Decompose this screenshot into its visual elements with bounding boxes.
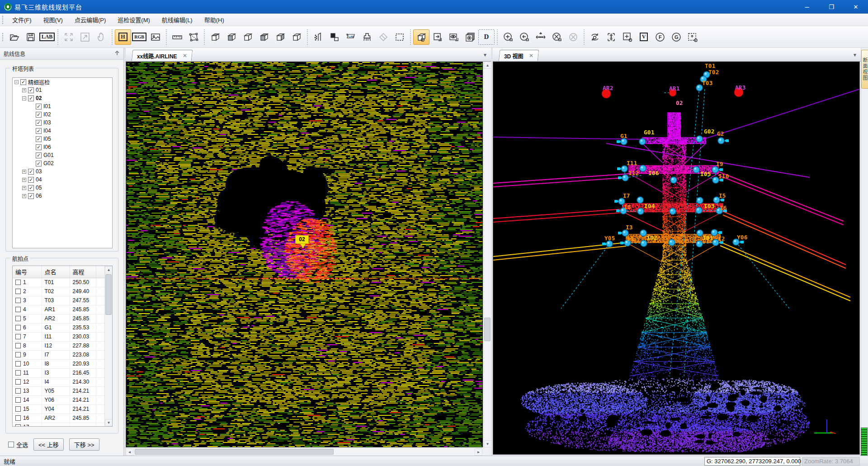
table-header-3[interactable] <box>96 266 105 278</box>
row-checkbox[interactable] <box>15 325 21 330</box>
table-row[interactable]: 14 Y06214.21 <box>13 395 105 404</box>
select-all-box[interactable] <box>8 442 14 447</box>
row-checkbox[interactable] <box>15 298 21 303</box>
delete-circle-icon[interactable] <box>549 29 565 45</box>
tree-item-G02[interactable]: ✓G02 <box>13 159 112 167</box>
tree-item-I01[interactable]: ✓I01 <box>13 102 112 110</box>
tree-checkbox[interactable]: ✓ <box>20 79 26 85</box>
table-row[interactable]: 11 I3216.45 <box>13 368 105 377</box>
move-points-icon[interactable] <box>533 29 549 45</box>
close-button[interactable]: ✕ <box>844 0 868 14</box>
tree-checkbox[interactable]: ✓ <box>36 112 42 118</box>
row-checkbox[interactable] <box>15 370 21 376</box>
image-render-icon[interactable] <box>147 29 164 45</box>
rotate-view-icon[interactable] <box>587 29 603 45</box>
menu-item-5[interactable]: 帮助(H) <box>198 13 230 26</box>
v-mode-icon[interactable]: V <box>636 29 652 45</box>
table-row[interactable]: 10 I8220.93 <box>13 359 105 368</box>
topview-scroll-right-icon[interactable]: ► <box>475 448 482 456</box>
classify-points-icon[interactable] <box>310 29 326 45</box>
view-selection-icon[interactable] <box>446 29 462 45</box>
reset-special-icon[interactable] <box>684 29 701 45</box>
view-front-icon[interactable] <box>223 29 240 45</box>
tree-item-G01[interactable]: ✓G01 <box>13 151 112 159</box>
view3d-tab-dropdown-icon[interactable]: ▼ <box>853 52 857 57</box>
tree-checkbox[interactable]: ✓ <box>36 104 42 109</box>
row-checkbox[interactable] <box>15 379 21 385</box>
menu-item-4[interactable]: 航线编辑(L) <box>156 13 198 26</box>
area-measure-icon[interactable] <box>185 29 202 45</box>
row-checkbox[interactable] <box>15 388 21 394</box>
minimize-button[interactable]: ─ <box>795 0 819 14</box>
row-checkbox[interactable] <box>15 361 21 366</box>
row-checkbox[interactable] <box>15 307 21 312</box>
menu-item-1[interactable]: 视图(V) <box>38 13 69 26</box>
table-row[interactable]: 13 Y05214.21 <box>13 386 105 395</box>
table-header-0[interactable]: 编号 <box>13 266 42 278</box>
table-row[interactable]: 2 T02249.40 <box>13 287 105 296</box>
tree-item-I02[interactable]: ✓I02 <box>13 110 112 119</box>
tab-3d-view[interactable]: 3D 视图 ✕ <box>499 50 539 61</box>
tree-checkbox[interactable]: ✓ <box>36 144 42 150</box>
view-right-icon[interactable] <box>272 29 288 45</box>
table-row[interactable]: 9 I7223.08 <box>13 350 105 359</box>
row-checkbox[interactable] <box>15 352 21 357</box>
table-row[interactable]: 17 <box>13 423 105 427</box>
table-row[interactable]: 7 I11230.03 <box>13 332 105 341</box>
tower-02-marker[interactable]: 02 <box>295 235 309 244</box>
select-all-checkbox[interactable]: 全选 <box>8 440 28 449</box>
height-render-icon[interactable]: H <box>115 29 131 45</box>
table-scrollbar[interactable]: ▲ ▼ <box>104 266 112 426</box>
tree-expander-icon[interactable]: − <box>14 80 19 84</box>
tree-checkbox[interactable]: ✓ <box>36 136 42 142</box>
topview-viewport[interactable]: 02 <box>126 62 483 447</box>
tree-item-06[interactable]: +✓06 <box>13 192 112 200</box>
add-waypoint-icon[interactable] <box>619 29 636 45</box>
clean-brush-icon[interactable] <box>359 29 375 45</box>
tree-checkbox[interactable]: ✓ <box>28 185 34 191</box>
row-checkbox[interactable] <box>15 415 21 421</box>
tab-3d-view-close-icon[interactable]: ✕ <box>529 52 533 59</box>
tree-item-03[interactable]: +✓03 <box>13 167 112 176</box>
topview-vscrollbar[interactable]: ▲ ▼ <box>483 62 491 447</box>
tree-expander-icon[interactable]: + <box>22 88 26 92</box>
cube-select-icon[interactable] <box>413 29 429 45</box>
tower-axis-icon[interactable] <box>603 29 619 45</box>
airline-tab-dropdown-icon[interactable]: ▼ <box>483 52 487 57</box>
tree-expander-icon[interactable]: + <box>22 178 26 182</box>
undo-circle-icon[interactable] <box>516 29 533 45</box>
tree-item-I06[interactable]: ✓I06 <box>13 143 112 151</box>
row-checkbox[interactable] <box>15 406 21 412</box>
save-icon[interactable] <box>23 29 39 45</box>
topview-scroll-up-icon[interactable]: ▲ <box>484 62 491 69</box>
row-checkbox[interactable] <box>15 316 21 321</box>
topview-scroll-down-icon[interactable]: ▼ <box>484 440 491 447</box>
delete-circle2-icon[interactable] <box>565 29 581 45</box>
table-row[interactable]: 8 I12227.88 <box>13 341 105 350</box>
view-left-icon[interactable] <box>240 29 256 45</box>
topview-hscroll-thumb[interactable] <box>135 449 334 455</box>
tree-expander-icon[interactable]: − <box>22 96 26 100</box>
table-row[interactable]: 4 AR1245.85 <box>13 305 105 314</box>
tree-checkbox[interactable]: ✓ <box>36 152 42 158</box>
table-row[interactable]: 16 AR2245.85 <box>13 414 105 423</box>
view3d-canvas[interactable] <box>493 62 859 454</box>
rect-select-icon[interactable] <box>392 29 408 45</box>
table-row[interactable]: 1 T01250.50 <box>13 278 105 287</box>
ruler-icon[interactable] <box>169 29 185 45</box>
row-checkbox[interactable] <box>15 280 21 285</box>
table-row[interactable]: 5 AR2245.85 <box>13 314 105 323</box>
open-file-icon[interactable] <box>6 29 23 45</box>
fit-window-icon[interactable] <box>77 29 93 45</box>
table-scroll-thumb[interactable] <box>105 274 112 315</box>
view-back-icon[interactable] <box>288 29 305 45</box>
menu-item-2[interactable]: 点云编辑(P) <box>69 13 112 26</box>
view-top-icon[interactable] <box>207 29 223 45</box>
tree-checkbox[interactable]: ✓ <box>36 120 42 126</box>
g-mode-icon[interactable]: G <box>668 29 684 45</box>
table-scroll-down-icon[interactable]: ▼ <box>105 419 113 426</box>
fit-extent-icon[interactable] <box>61 29 77 45</box>
tree-checkbox[interactable]: ✓ <box>36 128 42 134</box>
row-checkbox[interactable] <box>15 334 21 339</box>
tree-checkbox[interactable]: ✓ <box>28 177 34 183</box>
